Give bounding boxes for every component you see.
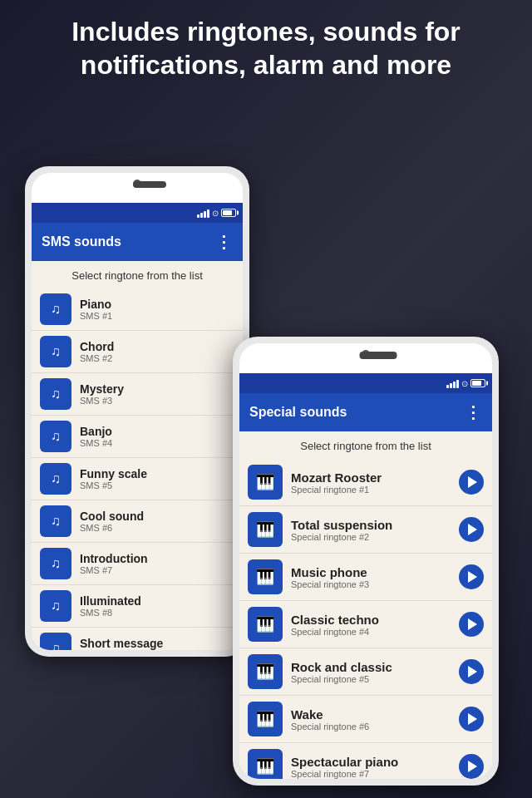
item-name: Illuminated — [80, 594, 141, 608]
signal-bar-1 — [446, 385, 449, 388]
item-icon: ♫ — [40, 548, 71, 579]
music-note-icon: ♫ — [51, 514, 61, 529]
special-list-item[interactable]: 🎹 Wake Special ringtone #6 — [239, 696, 492, 743]
special-sub: Special ringtone #5 — [291, 674, 451, 684]
play-button[interactable] — [459, 707, 484, 732]
list-item[interactable]: ♫ Cool sound SMS #6 — [32, 500, 243, 543]
play-icon — [468, 713, 477, 725]
phone1-menu-button[interactable]: ⋮ — [215, 232, 233, 252]
special-sub: Special ringtone #6 — [291, 722, 451, 732]
list-item[interactable]: ♫ Chord SMS #2 — [32, 331, 243, 373]
play-button[interactable] — [459, 470, 484, 495]
phone1-status-bar: ⊙ — [32, 203, 243, 223]
play-icon — [468, 524, 477, 535]
play-button[interactable] — [459, 517, 484, 542]
special-list-item[interactable]: 🎹 Spectacular piano Special ringtone #7 — [239, 743, 492, 779]
special-name: Rock and classic — [291, 660, 451, 674]
list-item[interactable]: ♫ Funny scale SMS #5 — [32, 458, 243, 500]
special-name: Mozart Rooster — [291, 470, 451, 485]
item-sub: SMS #8 — [80, 608, 141, 618]
special-name: Classic techno — [291, 613, 451, 627]
phone2-app-title: Special sounds — [249, 405, 347, 420]
item-icon: ♫ — [40, 421, 71, 452]
item-name: Short message — [80, 637, 163, 650]
item-sub: SMS #4 — [80, 438, 112, 448]
list-item[interactable]: ♫ Piano SMS #1 — [32, 288, 243, 331]
list-item[interactable]: ♫ Short message SMS #9 — [32, 628, 243, 650]
signal-bar-1 — [197, 214, 200, 218]
play-button[interactable] — [459, 564, 484, 589]
piano-icon: 🎹 — [256, 568, 274, 586]
item-sub: SMS #5 — [80, 480, 147, 490]
phone1-speaker — [133, 181, 166, 188]
special-icon: 🎹 — [248, 559, 283, 594]
piano-icon: 🎹 — [256, 710, 274, 728]
music-note-icon: ♫ — [51, 387, 61, 401]
item-icon: ♫ — [40, 633, 71, 650]
item-text: Short message SMS #9 — [80, 637, 163, 650]
play-button[interactable] — [459, 612, 484, 637]
item-text-piano: Piano SMS #1 — [80, 298, 112, 321]
item-icon: ♫ — [40, 378, 71, 410]
item-sub: SMS #1 — [80, 311, 112, 321]
special-sub: Special ringtone #4 — [291, 627, 451, 637]
music-note-icon: ♫ — [51, 556, 61, 571]
item-icon-piano: ♫ — [40, 293, 71, 325]
list-item[interactable]: ♫ Banjo SMS #4 — [32, 416, 243, 458]
signal-bar-4 — [456, 380, 459, 388]
item-text: Illuminated SMS #8 — [80, 594, 141, 618]
special-list-item[interactable]: 🎹 Music phone Special ringtone #3 — [239, 554, 492, 601]
piano-icon: 🎹 — [256, 473, 274, 491]
item-icon: ♫ — [40, 336, 71, 367]
item-name: Funny scale — [80, 467, 147, 480]
item-icon: ♫ — [40, 590, 71, 622]
item-text: Mystery SMS #3 — [80, 382, 124, 406]
phone1-screen: ⊙ SMS sounds ⋮ Select ringtone from the … — [32, 173, 243, 650]
item-name: Mystery — [80, 382, 124, 396]
special-text: Music phone Special ringtone #3 — [291, 565, 451, 589]
special-name: Spectacular piano — [291, 755, 451, 769]
item-name: Introduction — [80, 552, 148, 565]
phone2-screen: ⊙ Special sounds ⋮ Select ringtone from … — [239, 343, 492, 779]
list-item[interactable]: ♫ Introduction SMS #7 — [32, 543, 243, 585]
special-icon: 🎹 — [248, 702, 283, 736]
play-button[interactable] — [459, 659, 484, 684]
special-sub: Special ringtone #7 — [291, 769, 451, 779]
phone1-subtitle: Select ringtone from the list — [32, 261, 243, 288]
list-item[interactable]: ♫ Mystery SMS #3 — [32, 373, 243, 416]
special-text: Mozart Rooster Special ringtone #1 — [291, 470, 451, 495]
signal-bar-2 — [450, 383, 452, 388]
item-sub: SMS #7 — [80, 565, 148, 575]
item-text: Funny scale SMS #5 — [80, 467, 147, 490]
special-text: Total suspension Special ringtone #2 — [291, 518, 451, 542]
item-sub: SMS #6 — [80, 523, 144, 533]
play-icon — [468, 761, 477, 772]
item-name: Cool sound — [80, 510, 144, 523]
item-text: Chord SMS #2 — [80, 340, 114, 363]
play-icon — [468, 571, 477, 583]
phone1-app-title: SMS sounds — [42, 234, 121, 249]
special-list-item[interactable]: 🎹 Rock and classic Special ringtone #5 — [239, 648, 492, 696]
item-name: Chord — [80, 340, 114, 353]
signal-bars-2 — [446, 378, 459, 388]
music-note-icon: ♫ — [51, 302, 61, 317]
special-list-item[interactable]: 🎹 Mozart Rooster Special ringtone #1 — [239, 459, 492, 506]
music-note-icon: ♫ — [51, 471, 61, 486]
play-icon — [468, 476, 477, 488]
item-icon: ♫ — [40, 505, 71, 537]
signal-bar-4 — [207, 209, 209, 218]
special-list-item[interactable]: 🎹 Total suspension Special ringtone #2 — [239, 506, 492, 554]
play-button[interactable] — [459, 754, 484, 779]
special-text: Classic techno Special ringtone #4 — [291, 613, 451, 637]
phone2-menu-button[interactable]: ⋮ — [465, 402, 482, 422]
item-text: Introduction SMS #7 — [80, 552, 148, 575]
piano-icon: 🎹 — [256, 520, 274, 539]
special-text: Wake Special ringtone #6 — [291, 707, 451, 732]
signal-bars — [197, 208, 209, 218]
item-icon: ♫ — [40, 463, 71, 495]
item-text: Banjo SMS #4 — [80, 425, 112, 448]
list-item[interactable]: ♫ Illuminated SMS #8 — [32, 585, 243, 628]
wifi-icon: ⊙ — [212, 209, 219, 218]
special-list-item[interactable]: 🎹 Classic techno Special ringtone #4 — [239, 601, 492, 648]
special-icon: 🎹 — [248, 749, 283, 779]
